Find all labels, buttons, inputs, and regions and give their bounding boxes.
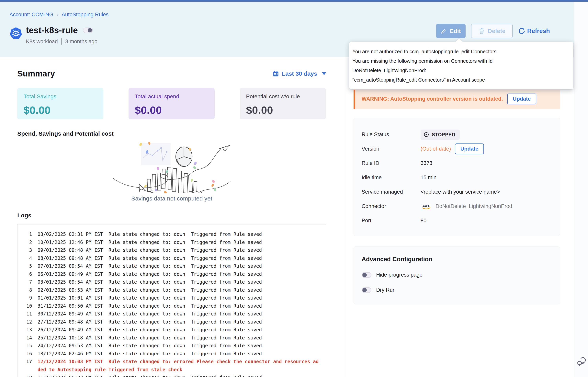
edit-button[interactable]: Edit [436, 24, 466, 38]
chevron-down-icon [322, 72, 326, 75]
log-line: 13 26/12/2024 09:49 AM IST Rule state ch… [21, 326, 322, 334]
log-line-number: 7 [21, 278, 32, 286]
log-line-number: 9 [21, 294, 32, 302]
connector-name: DoNotDelete_LightwingNonProd [436, 203, 512, 209]
logs-console[interactable]: 1 03/02/2025 02:31 PM IST Rule state cha… [17, 224, 326, 377]
refresh-icon [518, 27, 525, 35]
log-line: 11 30/12/2024 09:49 AM IST Rule state ch… [21, 310, 322, 318]
chat-support-icon[interactable] [576, 356, 587, 367]
breadcrumb-account-link[interactable]: Account: CCM-NG [10, 12, 53, 18]
aws-icon: aws [421, 203, 432, 210]
log-line: 7 03/01/2025 09:54 AM IST Rule state cha… [21, 278, 322, 286]
log-line-number: 6 [21, 270, 32, 278]
connector-row: Connector aws DoNotDelete_LightwingNonPr… [362, 199, 552, 213]
log-line-number: 15 [21, 342, 32, 350]
log-line: 9 01/01/2025 10:01 AM IST Rule state cha… [21, 294, 322, 302]
summary-heading: Summary [17, 69, 55, 78]
log-line-number: 4 [21, 254, 32, 262]
log-line-number: 1 [21, 230, 32, 238]
log-line-number: 12 [21, 318, 32, 326]
pencil-icon [441, 28, 447, 34]
log-line-number: 16 [21, 350, 32, 358]
page-title: test-k8s-rule [26, 25, 78, 35]
dry-run-toggle[interactable] [362, 287, 371, 293]
service-managed-row: Service managed <replace with your servi… [362, 185, 552, 199]
rule-enabled-toggle[interactable] [83, 27, 93, 33]
total-actual-spend-card: Total actual spend $0.00 [128, 88, 215, 119]
log-line: 8 02/01/2025 09:53 AM IST Rule state cha… [21, 286, 322, 294]
log-line-text: 07/01/2025 09:54 AM IST Rule state chang… [37, 262, 321, 270]
rule-status-row: Rule Status STOPPED [362, 127, 552, 142]
advanced-configuration-card: Advanced Configuration Hide progress pag… [354, 247, 560, 304]
log-line-text: 25/12/2024 10:18 AM IST Rule state chang… [37, 334, 321, 342]
stopped-icon [424, 132, 429, 137]
log-line: 2 10/01/2025 12:46 PM IST Rule state cha… [21, 238, 322, 247]
calendar-icon [272, 70, 279, 77]
status-badge: STOPPED [421, 130, 460, 140]
log-line-text: 09/01/2025 09:48 AM IST Rule state chang… [37, 246, 321, 254]
log-line: 5 07/01/2025 09:54 AM IST Rule state cha… [21, 262, 322, 270]
log-line-number: 11 [21, 310, 32, 318]
potential-cost-card: Potential cost w/o rule $0.00 [240, 88, 326, 119]
tooltip-line-2: You are missing the following permission… [352, 56, 567, 75]
log-line: 14 25/12/2024 10:18 AM IST Rule state ch… [21, 334, 322, 342]
log-line: 10 31/12/2024 09:50 AM IST Rule state ch… [21, 302, 322, 310]
idle-time-row: Idle time 15 min [362, 170, 552, 185]
log-line-number: 5 [21, 262, 32, 270]
log-line: 18 11/12/2024 05:33 PM IST Rule state ch… [21, 374, 322, 377]
log-line-text: 06/01/2025 09:49 AM IST Rule state chang… [37, 270, 321, 278]
port-value: 80 [421, 218, 427, 224]
controller-update-button[interactable]: Update [507, 94, 536, 104]
advanced-configuration-heading: Advanced Configuration [362, 256, 552, 263]
log-line-text: 01/01/2025 10:01 AM IST Rule state chang… [37, 294, 321, 302]
log-line: 15 24/12/2024 09:53 AM IST Rule state ch… [21, 342, 322, 350]
tooltip-line-1: You are not authorized to ccm_autostoppi… [352, 47, 567, 56]
savings-empty-message: Savings data not computed yet [17, 195, 326, 202]
rule-details-card: Rule Status STOPPED [354, 118, 560, 236]
right-rail [574, 2, 588, 377]
log-line-text: 26/12/2024 09:49 AM IST Rule state chang… [37, 326, 321, 334]
rule-id-value: 3373 [421, 160, 432, 166]
rule-id-row: Rule ID 3373 [362, 156, 552, 170]
warning-text: WARNING: AutoStopping controller version… [362, 96, 503, 102]
hide-progress-toggle[interactable] [362, 272, 371, 278]
details-column: Details WARNING: AutoStopping controller… [345, 57, 574, 377]
refresh-button[interactable]: Refresh [518, 27, 550, 35]
log-line: 6 06/01/2025 09:49 AM IST Rule state cha… [21, 270, 322, 278]
breadcrumb-separator-icon: › [57, 11, 58, 18]
version-row: Version (Out-of-date) Update [362, 142, 552, 156]
log-line-text: 31/12/2024 09:50 AM IST Rule state chang… [37, 302, 321, 310]
service-managed-value: <replace with your service name> [421, 189, 500, 195]
log-line-number: 3 [21, 246, 32, 254]
log-line-text: 08/01/2025 09:48 AM IST Rule state chang… [37, 254, 321, 262]
kubernetes-icon [10, 27, 23, 40]
chart-section-heading: Spend, Savings and Potential cost [17, 130, 326, 137]
log-line-number: 17 [21, 358, 32, 374]
delete-button[interactable]: Delete [471, 24, 513, 38]
log-line-text: 03/02/2025 02:31 PM IST Rule state chang… [37, 230, 321, 238]
dry-run-row: Dry Run [362, 287, 552, 293]
total-actual-spend-value: $0.00 [135, 104, 208, 116]
total-savings-value: $0.00 [23, 104, 97, 116]
savings-empty-illustration [110, 140, 235, 193]
potential-cost-value: $0.00 [246, 104, 320, 116]
date-range-select[interactable]: Last 30 days [272, 70, 326, 77]
trash-icon [478, 28, 485, 35]
breadcrumb-autostopping-rules-link[interactable]: AutoStopping Rules [62, 12, 109, 18]
port-row: Port 80 [362, 213, 552, 228]
logs-heading: Logs [17, 212, 326, 219]
log-line: 3 09/01/2025 09:48 AM IST Rule state cha… [21, 246, 322, 254]
log-line-number: 13 [21, 326, 32, 334]
log-line-text: 02/01/2025 09:53 AM IST Rule state chang… [37, 286, 321, 294]
controller-outdated-warning: WARNING: AutoStopping controller version… [354, 89, 560, 109]
breadcrumb: Account: CCM-NG › AutoStopping Rules [10, 11, 574, 18]
workload-type-label: K8s workload [26, 38, 58, 45]
log-line-text: 03/01/2025 09:54 AM IST Rule state chang… [37, 278, 321, 286]
log-line: 17 12/12/2024 10:03 PM IST Rule state ch… [21, 358, 322, 374]
idle-time-value: 15 min [421, 175, 437, 181]
version-update-button[interactable]: Update [455, 143, 484, 154]
tooltip-line-3: "ccm_autoStoppingRule_edit Connectors" i… [352, 75, 567, 85]
log-line-text: 18/12/2024 02:46 PM IST Rule state chang… [37, 350, 321, 358]
log-line: 1 03/02/2025 02:31 PM IST Rule state cha… [21, 230, 322, 238]
total-savings-card: Total Savings $0.00 [17, 88, 103, 119]
